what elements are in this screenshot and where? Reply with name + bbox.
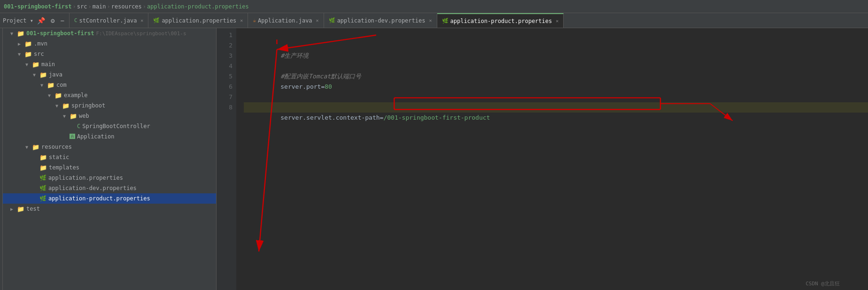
minus-icon[interactable]: − <box>58 16 66 25</box>
code-editor[interactable]: #生产环境 #配置内嵌Tomcat默认端口号 server.port=80 #配… <box>236 28 868 290</box>
project-label[interactable]: Project ▾ <box>3 17 33 24</box>
tree-item-resources[interactable]: ▼ 📁 resources <box>3 142 216 152</box>
example-folder-icon: 📁 <box>54 92 62 99</box>
tab-app-dev-close[interactable]: ✕ <box>429 18 432 23</box>
line-numbers: 1 2 3 4 5 6 7 8 <box>217 28 236 290</box>
web-folder-icon: 📁 <box>70 113 77 120</box>
tab-app-props-close[interactable]: ✕ <box>240 18 243 23</box>
tree-item-app-props[interactable]: 🌿 application.properties <box>3 173 216 183</box>
tab-app-props[interactable]: 🌿 application.properties ✕ <box>148 13 248 28</box>
src-folder-icon: 📁 <box>24 51 32 58</box>
tree-item-java[interactable]: ▼ 📁 java <box>3 69 216 80</box>
tree-item-test[interactable]: ▶ 📁 test <box>3 204 216 214</box>
tab-bar: Project ▾ 📌 ⚙ − C stController.java ✕ 🌿 … <box>0 13 868 28</box>
tree-label-example: example <box>64 92 88 99</box>
com-folder-icon: 📁 <box>47 82 54 89</box>
app-dev-file-icon: 🌿 <box>39 185 46 191</box>
app-props-file-icon: 🌿 <box>39 175 46 181</box>
code-line-7: #配置项目上下文根 <box>244 92 868 102</box>
breadcrumb-project[interactable]: 001-springboot-first <box>4 3 72 10</box>
sidebar: ▼ 📁 001-springboot-first F:\IDEAspace\sp… <box>3 28 217 290</box>
breadcrumb-resources: resources <box>111 3 142 10</box>
tree-item-main[interactable]: ▼ 📁 main <box>3 59 216 69</box>
main-folder-icon: 📁 <box>32 61 39 68</box>
tree-label-main: main <box>41 61 55 68</box>
mvn-folder-icon: 📁 <box>24 40 32 47</box>
tree-label-com: com <box>56 82 67 88</box>
tree-label-application: Application <box>77 133 114 140</box>
templates-folder-icon: 📁 <box>39 164 47 171</box>
watermark: CSDN @北且狂 <box>806 280 840 287</box>
tab-controller-close[interactable]: ✕ <box>140 18 143 23</box>
breadcrumb-bar: 001-springboot-first › src › main › reso… <box>0 0 868 13</box>
tree-item-controller[interactable]: C SpringBootController <box>3 121 216 131</box>
tree-item-app-dev-props[interactable]: 🌿 application-dev.properties <box>3 183 216 193</box>
tab-controller[interactable]: C stController.java ✕ <box>70 13 148 28</box>
app-java-icon: ☕ <box>253 17 256 23</box>
tab-app-dev[interactable]: 🌿 application-dev.properties ✕ <box>324 13 437 28</box>
context-path-key: server.servlet.context-path <box>280 114 380 121</box>
tree-item-web[interactable]: ▼ 📁 web <box>3 111 216 121</box>
tab-app-java-label: Application.java <box>258 17 312 24</box>
tree-item-example[interactable]: ▼ 📁 example <box>3 90 216 100</box>
static-folder-icon: 📁 <box>39 154 47 161</box>
code-line-6 <box>244 82 868 92</box>
tab-controller-label: stController.java <box>79 17 137 24</box>
tree-item-static[interactable]: 📁 static <box>3 152 216 162</box>
file-tree[interactable]: ▼ 📁 001-springboot-first F:\IDEAspace\sp… <box>3 28 216 290</box>
tree-label-web: web <box>79 113 89 119</box>
tree-item-com[interactable]: ▼ 📁 com <box>3 80 216 90</box>
tree-label-app-props: application.properties <box>48 175 123 181</box>
tab-app-dev-label: application-dev.properties <box>337 17 426 24</box>
editor-content: 1 2 3 4 5 6 7 8 #生产环境 #配置内嵌Tomcat默认端口号 <box>217 28 868 290</box>
code-line-8: server.servlet.context-path=/001-springb… <box>244 102 868 113</box>
tree-label-src: src <box>34 51 44 57</box>
main-area: ▼ 📁 001-springboot-first F:\IDEAspace\sp… <box>0 28 868 290</box>
controller-file-icon: C <box>77 123 80 130</box>
code-line-2: #生产环境 <box>244 40 868 51</box>
code-line-3 <box>244 51 868 61</box>
tree-label-static: static <box>49 154 69 160</box>
tree-item-springboot[interactable]: ▼ 📁 springboot <box>3 100 216 111</box>
editor-tabs: C stController.java ✕ 🌿 application.prop… <box>70 13 868 28</box>
tree-label-resources: resources <box>41 144 72 150</box>
tab-app-product[interactable]: 🌿 application-product.properties ✕ <box>437 13 564 28</box>
app-dev-icon: 🌿 <box>329 17 335 23</box>
tab-app-java-close[interactable]: ✕ <box>316 18 319 23</box>
tab-app-product-label: application-product.properties <box>450 18 552 24</box>
tab-app-java[interactable]: ☕ Application.java ✕ <box>248 13 324 28</box>
java-folder-icon: 📁 <box>39 71 47 78</box>
tab-app-product-close[interactable]: ✕ <box>556 18 558 23</box>
settings-icon[interactable]: ⚙ <box>49 16 56 25</box>
tab-app-props-label: application.properties <box>162 17 236 24</box>
tree-label-mvn: .mvn <box>34 40 47 47</box>
controller-icon: C <box>74 17 78 23</box>
tree-item-templates[interactable]: 📁 templates <box>3 162 216 173</box>
tree-label-app-dev-props: application-dev.properties <box>48 185 137 191</box>
app-product-icon: 🌿 <box>442 18 449 24</box>
code-line-5: server.port=80 <box>244 71 868 82</box>
tree-label-controller: SpringBootController <box>82 123 150 130</box>
springboot-folder-icon: 📁 <box>62 102 70 109</box>
pin-icon[interactable]: 📌 <box>35 16 47 25</box>
application-file-icon: 🅰 <box>70 133 75 140</box>
breadcrumb-src: src <box>77 3 87 10</box>
test-folder-icon: 📁 <box>17 206 24 213</box>
tree-item-src[interactable]: ▼ 📁 src <box>3 49 216 59</box>
tree-item-root[interactable]: ▼ 📁 001-springboot-first F:\IDEAspace\sp… <box>3 28 216 38</box>
tree-item-application[interactable]: 🅰 Application <box>3 131 216 142</box>
breadcrumb-main: main <box>93 3 106 10</box>
tree-label-templates: templates <box>49 164 79 171</box>
tab-bar-controls: Project ▾ 📌 ⚙ − <box>0 13 70 28</box>
code-line-4: #配置内嵌Tomcat默认端口号 <box>244 61 868 71</box>
context-path-value: /001-springboot-first-product <box>383 114 490 121</box>
tree-label-test: test <box>26 206 40 212</box>
tree-label-root: 001-springboot-first <box>26 30 94 37</box>
root-folder-icon: 📁 <box>17 30 24 37</box>
breadcrumb-file: application-product.properties <box>147 3 249 10</box>
tree-item-app-product-props[interactable]: 🌿 application-product.properties <box>3 193 216 204</box>
tree-item-mvn[interactable]: ▶ 📁 .mvn <box>3 38 216 49</box>
editor-area: 1 2 3 4 5 6 7 8 #生产环境 #配置内嵌Tomcat默认端口号 <box>217 28 868 290</box>
app-product-file-icon: 🌿 <box>39 195 46 202</box>
app-props-icon: 🌿 <box>153 17 160 23</box>
